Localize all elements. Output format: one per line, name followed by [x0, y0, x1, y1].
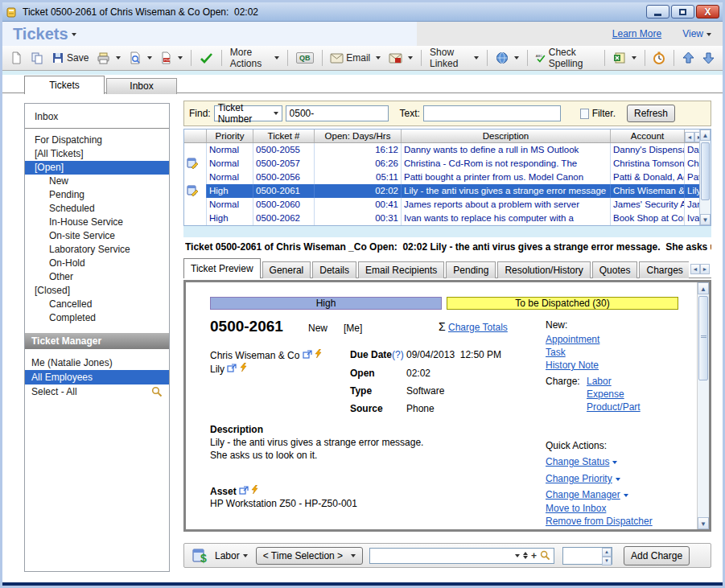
tab-resolution-history[interactable]: Resolution/History — [497, 261, 590, 278]
scroll-down-icon[interactable]: ▼ — [698, 517, 709, 529]
sidebar-item-in-house-service[interactable]: In-House Service — [25, 216, 169, 229]
grid-header-priority[interactable]: Priority — [207, 130, 253, 142]
quick-action-lightning-icon[interactable] — [251, 485, 258, 495]
show-linked-button[interactable]: Show Linked — [426, 44, 482, 72]
table-row[interactable]: Normal 0500-2056 05:11 Patti bought a pr… — [184, 171, 711, 184]
tab-scroll-right-button[interactable]: ► — [700, 264, 710, 274]
sidebar-item-pending[interactable]: Pending — [25, 188, 169, 202]
grid-vertical-scrollbar[interactable]: ▲ ▼ — [699, 130, 711, 225]
previous-record-button[interactable] — [679, 49, 698, 67]
copy-button[interactable] — [27, 49, 47, 67]
table-row[interactable]: Normal 0500-2055 16:12 Danny wants to de… — [184, 143, 711, 157]
charge-labor-link[interactable]: Labor — [587, 376, 612, 387]
charge-type-select[interactable]: Labor — [215, 550, 248, 561]
page-title[interactable]: Tickets — [13, 25, 76, 43]
tab-charges[interactable]: Charges — [639, 261, 689, 278]
time-selection-button[interactable]: < Time Selection > — [256, 547, 363, 565]
excel-export-button[interactable] — [610, 49, 640, 67]
new-history-note-link[interactable]: History Note — [546, 360, 599, 371]
tab-inbox[interactable]: Inbox — [106, 78, 177, 94]
due-date-hint-link[interactable]: (?) — [392, 349, 406, 360]
scroll-down-icon[interactable]: ▼ — [700, 214, 711, 225]
add-charge-button[interactable]: Add Charge — [624, 546, 690, 565]
sidebar-item-on-hold[interactable]: On-Hold — [25, 257, 169, 270]
find-value-input[interactable] — [286, 105, 389, 121]
open-record-icon[interactable] — [239, 486, 249, 495]
scrollbar-thumb[interactable] — [701, 142, 710, 200]
grid-header-description[interactable]: Description — [402, 130, 611, 142]
tab-general[interactable]: General — [262, 261, 311, 278]
sidebar-item-completed[interactable]: Completed — [25, 311, 169, 325]
combobox-dropdown-icon[interactable] — [515, 554, 520, 557]
find-field-select[interactable]: Ticket Number — [214, 105, 282, 121]
open-record-icon[interactable] — [303, 350, 312, 359]
column-scroll-left-button[interactable]: ◄ — [685, 132, 694, 142]
email-button[interactable]: Email — [327, 50, 384, 66]
charge-expense-link[interactable]: Expense — [587, 389, 624, 400]
view-menu[interactable]: View — [682, 28, 711, 39]
remove-from-dispatcher-link[interactable]: Remove from Dispatcher — [546, 516, 653, 527]
tab-email-recipients[interactable]: Email Recipients — [358, 261, 444, 278]
quick-action-lightning-icon[interactable] — [315, 349, 322, 359]
new-ticket-button[interactable] — [7, 49, 26, 67]
tab-scroll-left-button[interactable]: ◄ — [690, 264, 700, 274]
sidebar-item-me[interactable]: Me (Natalie Jones) — [25, 356, 169, 370]
sidebar-item-open[interactable]: [Open] — [25, 161, 169, 175]
scroll-up-icon[interactable]: ▲ — [698, 282, 709, 294]
quickbooks-button[interactable]: QB — [293, 50, 317, 66]
scroll-up-icon[interactable]: ▲ — [700, 130, 711, 141]
save-button[interactable]: Save — [48, 49, 92, 67]
learn-more-link[interactable]: Learn More — [612, 28, 661, 39]
close-button[interactable]: X — [696, 5, 719, 19]
open-record-icon[interactable] — [227, 364, 237, 372]
new-appointment-link[interactable]: Appointment — [546, 334, 599, 345]
search-icon[interactable] — [540, 550, 550, 561]
scrollbar-thumb[interactable] — [698, 296, 708, 380]
sidebar-item-other[interactable]: Other — [25, 270, 169, 284]
table-row-selected[interactable]: High 0500-2061 02:02 Lily - the anti vir… — [184, 184, 711, 198]
next-record-button[interactable] — [699, 49, 718, 67]
stepper-up-icon[interactable]: ▲ — [602, 548, 612, 557]
tab-ticket-preview[interactable]: Ticket Preview — [183, 258, 261, 278]
charge-totals-link[interactable]: Charge Totals — [448, 322, 508, 333]
print-preview-button[interactable] — [126, 49, 155, 67]
sidebar-item-laboratory-service[interactable]: Laboratory Service — [25, 243, 169, 257]
sidebar-item-for-dispatching[interactable]: For Dispatching — [25, 134, 169, 147]
filter-checkbox[interactable] — [580, 109, 589, 119]
quick-action-lightning-icon[interactable] — [240, 363, 247, 372]
check-spelling-button[interactable]: ABCCheck Spelling — [532, 44, 599, 72]
sidebar-item-scheduled[interactable]: Scheduled — [25, 202, 169, 216]
more-actions-button[interactable]: More Actions — [227, 44, 282, 72]
new-task-link[interactable]: Task — [546, 347, 566, 358]
tab-tickets[interactable]: Tickets — [24, 76, 105, 94]
email-pdf-button[interactable] — [385, 51, 416, 66]
add-item-icon[interactable]: + — [531, 550, 537, 561]
sidebar-item-all-tickets[interactable]: [All Tickets] — [25, 147, 169, 161]
pdf-export-button[interactable]: PDF — [157, 49, 186, 67]
sidebar-item-all-employees[interactable]: All Employees — [25, 370, 169, 384]
text-search-input[interactable] — [423, 105, 561, 121]
sidebar-item-new[interactable]: New — [25, 175, 169, 188]
timer-button[interactable] — [649, 49, 669, 67]
charge-product-part-link[interactable]: Product/Part — [587, 401, 641, 413]
sidebar-item-select-all[interactable]: Select - All — [25, 384, 169, 399]
sidebar-item-closed[interactable]: [Closed] — [25, 284, 169, 298]
change-manager-menu[interactable]: Change Manager — [546, 489, 628, 500]
table-row[interactable]: High 0500-2062 00:31 Ivan wants to repla… — [184, 212, 711, 225]
print-button[interactable] — [93, 49, 124, 67]
minimize-button[interactable] — [646, 5, 669, 19]
refresh-button[interactable]: Refresh — [627, 105, 675, 122]
item-combobox[interactable]: + — [369, 548, 554, 564]
sidebar-item-on-site-service[interactable]: On-site Service — [25, 229, 169, 243]
table-row[interactable]: Normal 0500-2057 06:26 Christina - Cd-Ro… — [184, 157, 711, 171]
maximize-button[interactable] — [671, 5, 694, 19]
preview-vertical-scrollbar[interactable]: ▲ ▼ — [697, 282, 709, 529]
tab-pending[interactable]: Pending — [446, 261, 496, 278]
table-row[interactable]: Normal 0500-2060 00:41 James reports abo… — [184, 198, 711, 212]
grid-header-account[interactable]: Account — [611, 130, 685, 142]
change-priority-menu[interactable]: Change Priority — [546, 473, 620, 484]
grid-header-open[interactable]: Open: Days/Hrs — [315, 130, 402, 142]
tab-quotes[interactable]: Quotes — [592, 261, 638, 278]
sidebar-item-cancelled[interactable]: Cancelled — [25, 298, 169, 311]
move-to-inbox-link[interactable]: Move to Inbox — [546, 503, 606, 514]
